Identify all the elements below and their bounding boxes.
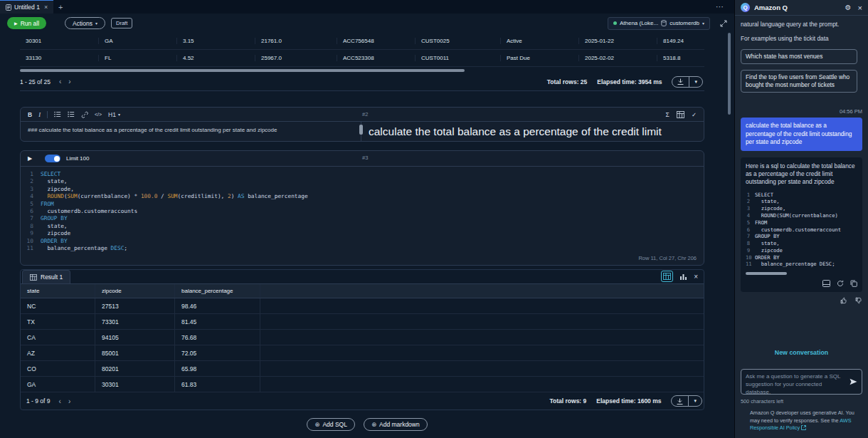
prev-page-icon[interactable]: ‹ bbox=[59, 397, 61, 405]
new-conversation-link[interactable]: New conversation bbox=[741, 342, 862, 363]
italic-button[interactable]: I bbox=[38, 111, 41, 118]
q-examples-text: For examples using the tickit data bbox=[741, 35, 862, 43]
expand-icon[interactable] bbox=[720, 20, 727, 27]
link-icon[interactable] bbox=[81, 111, 88, 118]
download-options-chevron-icon[interactable]: ▾ bbox=[688, 396, 702, 406]
thumbs-down-icon[interactable] bbox=[855, 297, 862, 304]
table-row[interactable]: NC2751398.46 bbox=[21, 298, 704, 314]
add-markdown-button[interactable]: ⊕ Add markdown bbox=[364, 418, 428, 431]
sql-code[interactable]: 1SELECT2 state,3 zipcode,4 ROUND(SUM(cur… bbox=[21, 167, 704, 254]
line-number: 11 bbox=[746, 261, 755, 268]
code-text[interactable]: FROM bbox=[755, 219, 767, 226]
close-panel-icon[interactable]: × bbox=[858, 4, 862, 12]
code-text[interactable]: customerdb.customeraccount bbox=[755, 226, 841, 234]
download-icon[interactable] bbox=[672, 77, 689, 87]
code-block-button[interactable]: </> bbox=[95, 112, 102, 117]
code-text[interactable]: balance_percentage DESC; bbox=[755, 261, 835, 268]
send-icon[interactable] bbox=[850, 378, 857, 385]
code-horizontal-scrollbar[interactable] bbox=[746, 272, 857, 275]
gear-icon[interactable]: ⚙ bbox=[845, 4, 852, 11]
column-header[interactable]: balance_percentage bbox=[175, 284, 260, 298]
code-text[interactable]: state, bbox=[755, 240, 780, 247]
scrollbar-thumb[interactable] bbox=[20, 69, 465, 72]
table-cell: TX bbox=[21, 314, 95, 329]
code-text[interactable]: state, bbox=[755, 198, 780, 205]
code-text[interactable]: SELECT bbox=[755, 192, 773, 199]
total-rows-label: Total rows: 9 bbox=[550, 397, 587, 405]
code-text[interactable]: balance_percentage DESC; bbox=[41, 245, 127, 252]
table-row[interactable]: 33130FL4.5225967.0ACC523308CUST0011Past … bbox=[20, 50, 704, 67]
tab-close-icon[interactable]: × bbox=[44, 4, 48, 11]
limit-toggle[interactable] bbox=[45, 155, 60, 162]
check-icon[interactable]: ✓ bbox=[692, 111, 697, 118]
table-view-button[interactable] bbox=[661, 271, 673, 282]
code-text[interactable]: state, bbox=[41, 178, 68, 185]
code-text[interactable]: ORDER BY bbox=[41, 238, 68, 245]
table-cell: 21761.0 bbox=[255, 38, 337, 44]
markdown-preview: calculate the total balance as a percent… bbox=[361, 122, 704, 142]
column-header[interactable]: state bbox=[21, 284, 95, 298]
code-text[interactable]: zipcode bbox=[755, 247, 783, 254]
actions-button[interactable]: Actions ▾ bbox=[65, 17, 105, 29]
vertical-scrollbar[interactable] bbox=[728, 16, 731, 429]
run-cell-button[interactable]: ▶ bbox=[28, 155, 39, 162]
table-cell: AZ bbox=[21, 345, 95, 360]
code-line: 5FROM bbox=[746, 219, 857, 226]
table-view-icon[interactable] bbox=[677, 111, 684, 118]
code-text[interactable]: ROUND(SUM(currentbalance) bbox=[755, 212, 838, 219]
table-row[interactable]: AZ8500172.05 bbox=[21, 345, 704, 361]
thumbs-up-icon[interactable] bbox=[840, 297, 847, 304]
scrollbar-thumb[interactable] bbox=[746, 272, 787, 275]
q-question-input[interactable] bbox=[741, 370, 850, 394]
close-result-icon[interactable]: × bbox=[694, 273, 698, 281]
code-text[interactable]: zipcode, bbox=[755, 205, 785, 212]
code-line: 9 zipcode bbox=[746, 247, 857, 254]
prev-page-icon[interactable]: ‹ bbox=[59, 78, 61, 85]
table-row[interactable]: CO8020165.98 bbox=[21, 361, 704, 377]
suggestion-chip[interactable]: Which state has most venues bbox=[741, 49, 857, 64]
add-sql-button[interactable]: ⊕ Add SQL bbox=[307, 418, 355, 431]
more-options-icon[interactable]: ⋯ bbox=[716, 0, 724, 14]
horizontal-scrollbar[interactable] bbox=[20, 68, 704, 73]
table-row[interactable]: TX7330181.45 bbox=[21, 314, 704, 330]
download-icon[interactable] bbox=[672, 396, 688, 406]
markdown-source-editor[interactable]: ### calculate the total balance as a per… bbox=[21, 122, 361, 142]
code-text[interactable]: SELECT bbox=[41, 171, 60, 178]
split-drag-handle[interactable] bbox=[359, 125, 363, 135]
code-text[interactable]: ORDER BY bbox=[755, 254, 780, 261]
column-header[interactable]: zipcode bbox=[95, 284, 175, 298]
table-row[interactable]: 30301GA3.1521761.0ACC756548CUST0025Activ… bbox=[20, 33, 704, 50]
suggestion-chip[interactable]: Find the top five users from Seattle who… bbox=[741, 70, 857, 93]
next-page-icon[interactable]: › bbox=[68, 397, 70, 405]
regenerate-icon[interactable] bbox=[837, 280, 844, 287]
code-line: 4 ROUND(SUM(currentbalance) * 100.0 / SU… bbox=[21, 193, 704, 200]
run-all-button[interactable]: ▶ Run all bbox=[7, 17, 46, 29]
code-text[interactable]: GROUP BY bbox=[41, 215, 68, 222]
code-text[interactable]: customerdb.customeraccounts bbox=[41, 208, 137, 215]
code-text[interactable]: zipcode bbox=[41, 230, 70, 237]
code-text[interactable]: ROUND(SUM(currentbalance) * 100.0 / SUM(… bbox=[41, 193, 308, 200]
copy-icon[interactable] bbox=[850, 280, 857, 287]
new-tab-button[interactable]: + bbox=[53, 0, 68, 14]
insert-to-notebook-icon[interactable] bbox=[822, 280, 830, 287]
table-row[interactable]: CA9410576.68 bbox=[21, 330, 704, 345]
sigma-icon[interactable]: Σ bbox=[666, 111, 669, 118]
code-text[interactable]: FROM bbox=[41, 201, 54, 208]
connection-selector[interactable]: Athena (Loke... customerdb ▾ bbox=[608, 17, 710, 30]
code-text[interactable]: zipcode, bbox=[41, 186, 74, 193]
download-options-chevron-icon[interactable]: ▾ bbox=[689, 77, 702, 87]
next-page-icon[interactable]: › bbox=[68, 78, 70, 85]
result-tab[interactable]: Result 1 bbox=[22, 270, 70, 283]
heading-select[interactable]: H1 ▾ bbox=[108, 111, 120, 118]
chart-view-button[interactable] bbox=[678, 271, 689, 281]
tab-untitled-1[interactable]: Untitled 1 × bbox=[0, 0, 53, 14]
table-cell: 4.52 bbox=[176, 55, 255, 61]
numbered-list-icon[interactable] bbox=[68, 111, 75, 118]
bold-button[interactable]: B bbox=[28, 111, 32, 118]
code-text[interactable]: GROUP BY bbox=[755, 233, 780, 240]
scrollbar-thumb[interactable] bbox=[728, 33, 731, 115]
table-row[interactable]: GA3030161.83 bbox=[21, 377, 704, 392]
table-cell: GA bbox=[21, 377, 95, 392]
bullet-list-icon[interactable] bbox=[54, 111, 61, 118]
code-text[interactable]: state, bbox=[41, 223, 68, 230]
